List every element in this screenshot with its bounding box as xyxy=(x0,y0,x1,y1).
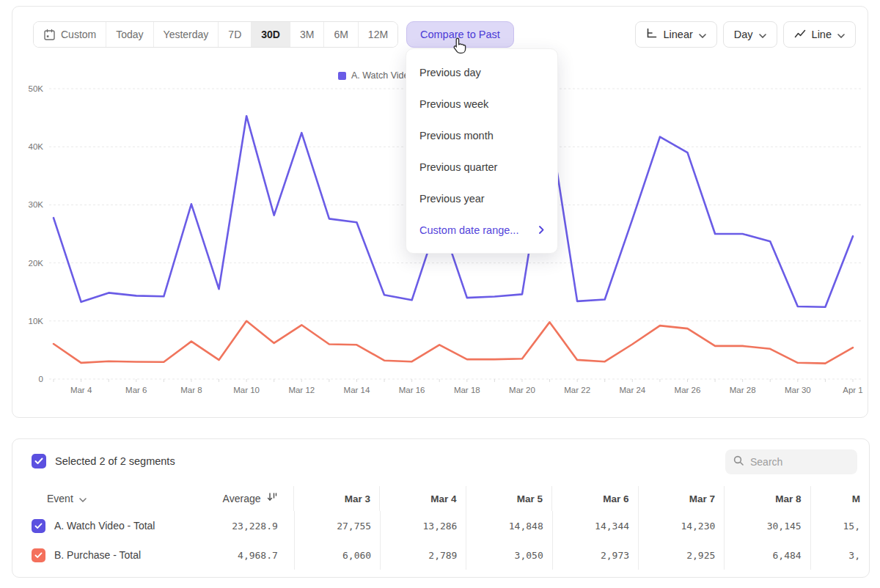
table-row-a-watch-video-total: A. Watch Video - Total23,228.927,75513,2… xyxy=(12,511,869,540)
cell-value: 15, xyxy=(810,511,869,540)
line-chart-icon xyxy=(794,29,806,41)
toolbar: CustomTodayYesterday7D30D3M6M12M Compare… xyxy=(33,21,856,48)
compare-to-past-button[interactable]: Compare to Past xyxy=(406,21,514,48)
svg-text:50K: 50K xyxy=(29,84,44,93)
column-header-mar-6[interactable]: Mar 6 xyxy=(551,486,638,511)
interval-dropdown-button[interactable]: Day xyxy=(723,21,777,48)
svg-text:30K: 30K xyxy=(29,200,44,209)
range-label: 6M xyxy=(334,29,348,40)
compare-to-past-menu: Previous dayPrevious weekPrevious monthP… xyxy=(406,48,558,254)
range-yesterday[interactable]: Yesterday xyxy=(154,22,219,47)
svg-text:Mar 24: Mar 24 xyxy=(619,386,645,394)
column-header-mar-8[interactable]: Mar 8 xyxy=(724,486,810,511)
custom-date-range-label: Custom date range... xyxy=(419,224,518,236)
event-column-header[interactable]: Event xyxy=(47,493,73,504)
range-3m[interactable]: 3M xyxy=(290,22,324,47)
svg-text:20K: 20K xyxy=(29,259,44,268)
svg-text:Mar 20: Mar 20 xyxy=(509,386,535,394)
column-header-mar-5[interactable]: Mar 5 xyxy=(466,486,552,511)
column-header-mar-4[interactable]: Mar 4 xyxy=(379,486,466,511)
svg-text:Mar 10: Mar 10 xyxy=(233,386,260,394)
cell-value: 14,848 xyxy=(466,511,551,540)
column-header-mar-3[interactable]: Mar 3 xyxy=(293,486,380,511)
segments-table: Event Average Mar 3Mar 4Mar 5Mar 6Mar 7M… xyxy=(12,486,869,570)
svg-text:Mar 22: Mar 22 xyxy=(564,386,590,394)
sort-descending-icon[interactable] xyxy=(267,492,277,505)
svg-text:Apr 1: Apr 1 xyxy=(843,386,863,394)
cell-value: 14,230 xyxy=(638,511,724,540)
average-column-header[interactable]: Average xyxy=(223,493,261,504)
scale-label: Linear xyxy=(663,29,692,40)
segments-card: Selected 2 of 2 segments Event Average xyxy=(12,438,870,578)
column-header-mar-7[interactable]: Mar 7 xyxy=(638,486,725,511)
menu-item-custom-date-range[interactable]: Custom date range... xyxy=(406,214,557,246)
svg-text:Mar 4: Mar 4 xyxy=(70,386,92,394)
search-input[interactable] xyxy=(750,456,850,468)
menu-item-previous-quarter[interactable]: Previous quarter xyxy=(406,151,557,183)
svg-text:Mar 14: Mar 14 xyxy=(344,386,370,394)
range-30d[interactable]: 30D xyxy=(252,22,290,47)
range-label: 12M xyxy=(368,29,388,40)
segment-label: B. Purchase - Total xyxy=(54,549,141,561)
cell-value: 6,060 xyxy=(294,540,380,570)
chart-controls: Linear Day Line xyxy=(635,21,856,48)
cell-value: 3,050 xyxy=(466,540,551,570)
cell-value: 2,789 xyxy=(380,540,466,570)
svg-text:40K: 40K xyxy=(29,142,44,151)
selected-segments-text: Selected 2 of 2 segments xyxy=(55,455,175,467)
table-row-b-purchase-total: B. Purchase - Total4,968.76,0602,7893,05… xyxy=(12,540,869,570)
chart-type-label: Line xyxy=(812,29,832,40)
svg-text:0: 0 xyxy=(39,375,43,383)
chart-type-dropdown-button[interactable]: Line xyxy=(783,21,856,48)
chevron-right-icon xyxy=(539,224,544,236)
checkmark-icon xyxy=(34,523,43,529)
chevron-down-icon xyxy=(79,492,87,505)
svg-text:10K: 10K xyxy=(29,317,44,326)
range-label: 7D xyxy=(228,29,241,40)
menu-item-previous-month[interactable]: Previous month xyxy=(406,120,557,151)
segment-checkbox[interactable] xyxy=(32,519,45,533)
range-7d[interactable]: 7D xyxy=(219,22,252,47)
svg-text:Mar 12: Mar 12 xyxy=(288,386,315,394)
cell-value: 13,286 xyxy=(380,511,466,540)
svg-text:Mar 28: Mar 28 xyxy=(730,386,756,394)
column-header-label: Mar 4 xyxy=(430,493,456,504)
range-today[interactable]: Today xyxy=(106,22,153,47)
scale-dropdown-button[interactable]: Linear xyxy=(635,21,716,48)
svg-text:Mar 8: Mar 8 xyxy=(180,386,202,394)
range-custom[interactable]: Custom xyxy=(34,22,106,47)
table-header-row: Event Average Mar 3Mar 4Mar 5Mar 6Mar 7M… xyxy=(12,486,869,511)
svg-text:Mar 6: Mar 6 xyxy=(125,386,147,394)
cell-value: 14,344 xyxy=(552,511,638,540)
menu-item-previous-year[interactable]: Previous year xyxy=(406,183,557,214)
cell-value: 2,925 xyxy=(638,540,724,570)
calendar-icon xyxy=(43,29,56,41)
select-all-checkbox[interactable] xyxy=(32,454,46,468)
range-label: Today xyxy=(116,29,143,40)
search-box xyxy=(725,449,857,474)
segment-checkbox[interactable] xyxy=(32,548,45,562)
range-label: 3M xyxy=(300,29,314,40)
column-header-label: Mar 3 xyxy=(345,493,370,504)
cell-value: 2,973 xyxy=(552,540,638,570)
cell-value: 6,484 xyxy=(724,540,810,570)
average-value: 4,968.7 xyxy=(199,540,294,570)
menu-item-previous-day[interactable]: Previous day xyxy=(406,56,557,88)
range-12m[interactable]: 12M xyxy=(359,22,397,47)
cell-value: 27,755 xyxy=(294,511,380,540)
segment-label: A. Watch Video - Total xyxy=(54,520,155,532)
average-value: 23,228.9 xyxy=(199,511,294,540)
menu-item-previous-week[interactable]: Previous week xyxy=(406,88,557,120)
cell-value: 30,145 xyxy=(724,511,810,540)
checkmark-icon xyxy=(34,457,43,465)
column-header-label: Mar 8 xyxy=(775,493,801,504)
chevron-down-icon xyxy=(759,29,766,40)
cell-value: 3, xyxy=(810,540,869,570)
column-header-label: Mar 7 xyxy=(689,493,715,504)
linear-axis-icon xyxy=(646,28,657,41)
column-header-label: M xyxy=(852,493,860,504)
range-label: 30D xyxy=(261,29,280,40)
column-header-m[interactable]: M xyxy=(810,486,870,511)
chevron-down-icon xyxy=(837,29,845,40)
range-6m[interactable]: 6M xyxy=(324,22,358,47)
